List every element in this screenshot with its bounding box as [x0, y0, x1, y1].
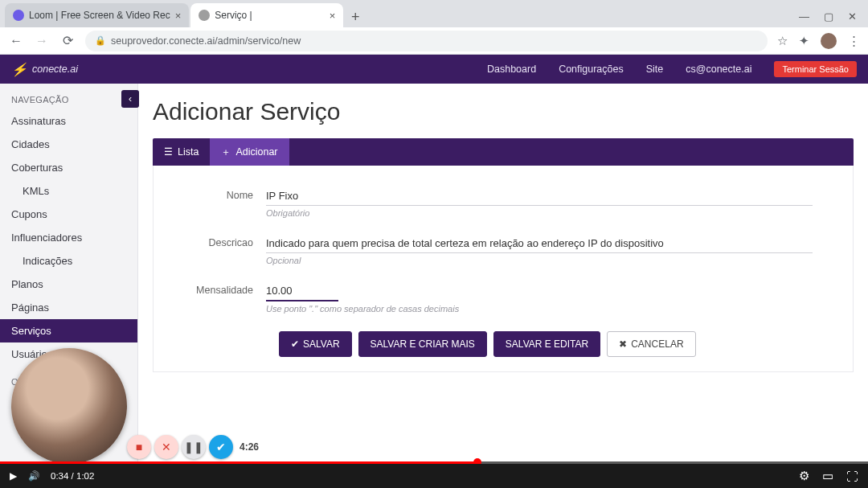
tab-adicionar[interactable]: ＋ Adicionar	[210, 138, 289, 166]
sidebar-item-kmls[interactable]: KMLs	[0, 179, 137, 203]
video-right-controls: ⚙ ▭ ⛶	[799, 469, 858, 483]
label-mensalidade: Mensalidade	[186, 283, 266, 296]
brand[interactable]: ⚡ conecte.ai	[11, 62, 78, 77]
address-bar: ← → ⟳ 🔒 seuprovedor.conecte.ai/admin/ser…	[0, 27, 868, 55]
loom-elapsed: 4:26	[240, 441, 259, 453]
sidebar-item-influenciadores[interactable]: Influenciadores	[0, 226, 137, 249]
brand-logo-icon: ⚡	[11, 62, 27, 77]
forward-icon[interactable]: →	[34, 34, 50, 48]
save-create-more-button[interactable]: SALVAR E CRIAR MAIS	[358, 331, 487, 357]
settings-icon[interactable]: ⚙	[799, 469, 809, 483]
sidebar-item-planos[interactable]: Planos	[0, 273, 137, 296]
app-nav: Dashboard Configurações Site cs@conecte.…	[487, 61, 857, 77]
volume-icon[interactable]: 🔊	[28, 470, 39, 482]
check-icon: ✔	[291, 338, 299, 350]
close-icon[interactable]: ×	[175, 10, 182, 22]
sidebar-section-nav: NAVEGAÇÃO	[0, 84, 137, 109]
menu-icon[interactable]: ⋮	[848, 34, 860, 48]
sidebar-item-cidades[interactable]: Cidades	[0, 133, 137, 156]
new-tab-button[interactable]: +	[345, 6, 366, 27]
form-row-nome: Nome Obrigatório	[186, 188, 821, 218]
close-window-icon[interactable]: ✕	[848, 10, 857, 23]
reload-icon[interactable]: ⟳	[59, 33, 76, 48]
hint-mensalidade: Use ponto "." como separador de casas de…	[266, 304, 813, 314]
profile-avatar[interactable]	[821, 33, 837, 49]
sidebar-item-paginas[interactable]: Páginas	[0, 296, 137, 319]
hint-descricao: Opcional	[266, 256, 813, 265]
loom-controls: ■ ✕ ❚❚ ✔ 4:26	[127, 435, 259, 459]
logout-button[interactable]: Terminar Sessão	[774, 61, 857, 77]
hint-nome: Obrigatório	[266, 208, 813, 218]
save-button[interactable]: ✔ SALVAR	[279, 331, 352, 357]
content-tabs: ☰ Lista ＋ Adicionar	[153, 138, 854, 166]
loom-restart-button[interactable]: ✔	[209, 435, 233, 459]
save-edit-button[interactable]: SALVAR E EDITAR	[493, 331, 600, 357]
tab-strip: Loom | Free Screen & Video Rec × Serviço…	[0, 0, 868, 27]
chevron-left-icon: ‹	[129, 93, 132, 105]
close-icon[interactable]: ×	[330, 10, 336, 22]
minimize-icon[interactable]: —	[799, 10, 809, 23]
content: Adicionar Serviço ☰ Lista ＋ Adicionar No…	[138, 84, 868, 464]
save-more-label: SALVAR E CRIAR MAIS	[371, 338, 475, 350]
sidebar-item-coberturas[interactable]: Coberturas	[0, 156, 137, 179]
list-icon: ☰	[164, 146, 173, 158]
save-edit-label: SALVAR E EDITAR	[506, 338, 588, 350]
fullscreen-icon[interactable]: ⛶	[846, 470, 858, 483]
tab-lista-label: Lista	[178, 146, 199, 158]
nav-dashboard[interactable]: Dashboard	[487, 64, 536, 75]
video-total: 1:02	[76, 471, 94, 481]
video-time: 0:34 / 1:02	[51, 471, 94, 481]
sidebar-item-indicacoes[interactable]: Indicações	[0, 249, 137, 273]
webcam-bubble[interactable]	[11, 348, 127, 464]
nav-config[interactable]: Configurações	[559, 64, 624, 75]
input-descricao[interactable]	[266, 236, 813, 253]
field-descricao: Opcional	[266, 236, 813, 265]
field-mensalidade: Use ponto "." como separador de casas de…	[266, 283, 813, 314]
loom-stop-button[interactable]: ■	[127, 435, 151, 459]
tab-lista[interactable]: ☰ Lista	[153, 138, 210, 166]
sidebar-item-cupons[interactable]: Cupons	[0, 203, 137, 226]
label-nome: Nome	[186, 188, 266, 201]
loom-pause-button[interactable]: ❚❚	[182, 435, 206, 459]
maximize-icon[interactable]: ▢	[824, 10, 833, 23]
url-field[interactable]: 🔒 seuprovedor.conecte.ai/admin/servico/n…	[85, 31, 768, 51]
plus-icon: ＋	[221, 146, 231, 159]
browser-tab-servico[interactable]: Serviço | ×	[190, 3, 343, 27]
nav-email[interactable]: cs@conecte.ai	[686, 64, 751, 75]
label-descricao: Descricao	[186, 236, 266, 248]
field-nome: Obrigatório	[266, 188, 813, 218]
form-row-descricao: Descricao Opcional	[186, 236, 821, 265]
input-nome[interactable]	[266, 188, 813, 206]
tab-title: Loom | Free Screen & Video Rec	[29, 10, 170, 21]
browser-chrome: Loom | Free Screen & Video Rec × Serviço…	[0, 0, 868, 55]
input-mensalidade[interactable]	[266, 283, 338, 301]
button-row: ✔ SALVAR SALVAR E CRIAR MAIS SALVAR E ED…	[279, 331, 821, 357]
form-area: Nome Obrigatório Descricao Opcional Mens…	[153, 166, 854, 372]
tab-title: Serviço |	[215, 10, 252, 21]
nav-site[interactable]: Site	[646, 64, 664, 75]
app-body: ‹ NAVEGAÇÃO Assinaturas Cidades Cobertur…	[0, 84, 868, 464]
browser-tab-loom[interactable]: Loom | Free Screen & Video Rec ×	[5, 3, 189, 27]
lock-icon: 🔒	[95, 35, 106, 46]
favicon-generic	[199, 10, 210, 21]
x-icon: ✖	[619, 338, 627, 350]
star-icon[interactable]: ☆	[777, 34, 788, 48]
sidebar-item-assinaturas[interactable]: Assinaturas	[0, 109, 137, 133]
tab-adicionar-label: Adicionar	[235, 146, 277, 158]
sidebar-item-servicos[interactable]: Serviços	[0, 319, 137, 342]
brand-text: conecte.ai	[32, 64, 78, 75]
video-control-bar: ▶ 🔊 0:34 / 1:02 ⚙ ▭ ⛶	[0, 464, 868, 488]
loom-cancel-button[interactable]: ✕	[154, 435, 178, 459]
save-label: SALVAR	[303, 338, 340, 350]
cancel-label: CANCELAR	[631, 338, 683, 350]
back-icon[interactable]: ←	[8, 34, 24, 48]
url-text: seuprovedor.conecte.ai/admin/servico/new	[111, 35, 301, 47]
page-title: Adicionar Serviço	[153, 98, 854, 125]
play-icon[interactable]: ▶	[10, 470, 17, 482]
collapse-sidebar-button[interactable]: ‹	[121, 90, 139, 108]
form-row-mensalidade: Mensalidade Use ponto "." como separador…	[186, 283, 821, 314]
cancel-button[interactable]: ✖ CANCELAR	[607, 331, 695, 357]
video-current: 0:34	[51, 471, 68, 481]
miniplayer-icon[interactable]: ▭	[822, 469, 833, 483]
extensions-icon[interactable]: ✦	[799, 34, 809, 48]
